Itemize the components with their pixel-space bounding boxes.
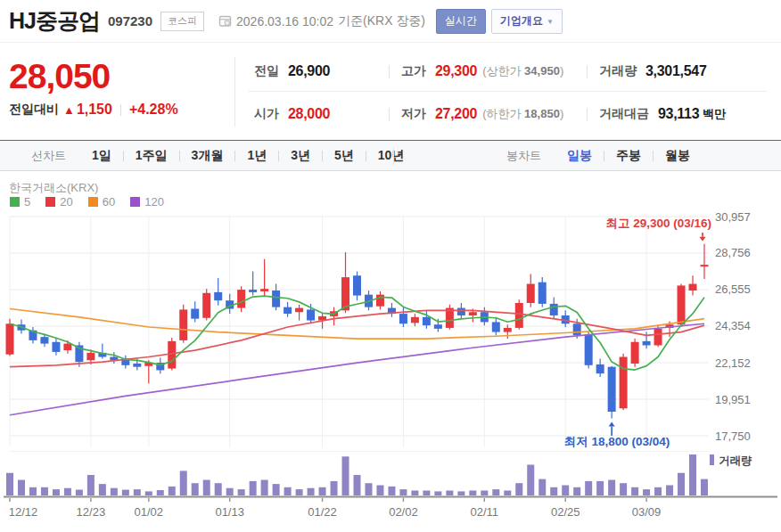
change-percent: +4.28% [129, 102, 178, 118]
prev-close-value: 26,900 [288, 63, 330, 79]
chevron-down-icon: ▼ [547, 18, 554, 26]
amount-cell: 거래대금 93,113 백만 [587, 106, 774, 122]
legend-swatch-icon [45, 197, 55, 207]
tab-candle-3[interactable]: 월봉 [654, 148, 702, 164]
tab-candle-2[interactable]: 주봉 [604, 148, 653, 164]
company-overview-button[interactable]: 기업개요▼ [491, 9, 563, 34]
open-value: 28,000 [288, 106, 330, 122]
quote-basis: 기준(KRX 장중) [338, 13, 425, 29]
price-tick-label: 30,957 [715, 210, 751, 224]
volume-bars [6, 454, 708, 495]
price-tick-label: 28,756 [715, 246, 751, 259]
low-cell: 저가 27,200 (하한가 18,850) [389, 106, 587, 122]
summary-row-2: 시가 28,000 저가 27,200 (하한가 18,850) 거래대금 93… [248, 103, 774, 125]
calendar-icon [218, 14, 232, 28]
line-chart-type-label: 선차트 [31, 148, 66, 164]
legend-label: 5 [24, 195, 30, 209]
annotation-low: 최저 18,800 (03/04) [564, 422, 670, 448]
price-summary: 28,050 전일대비 ▲ 1,150 +4.28% 전일 26,900 고가 … [0, 43, 781, 140]
volume-cell: 거래량 3,301,547 [587, 63, 774, 79]
price-tick-label: 17,750 [715, 430, 751, 443]
stock-code: 097230 [108, 13, 152, 29]
chart-tabbar: 선차트 1일1주일3개월1년3년5년10년 봉차트 일봉주봉월봉 [0, 140, 781, 171]
date-axis: 12/1212/2301/0201/1301/2202/0202/1102/25… [4, 497, 777, 520]
candle-tab-group: 봉차트 일봉주봉월봉 [506, 141, 702, 170]
stock-detail-page: HJ중공업 097230 코스피 2026.03.16 10:02 기준(KRX… [0, 0, 781, 532]
price-axis: 30,95728,75626,55524,35422,15219,95117,7… [715, 210, 751, 443]
chart-canvas: 30,95728,75626,55524,35422,15219,95117,7… [0, 171, 781, 532]
header: HJ중공업 097230 코스피 2026.03.16 10:02 기준(KRX… [0, 0, 781, 43]
ma-legend-item-5: 5 [10, 195, 30, 209]
volume-legend-label: 거래량 [719, 454, 752, 467]
legend-label: 20 [60, 195, 72, 209]
divider [120, 104, 121, 116]
legend-swatch-icon [130, 197, 140, 207]
tab-period-5[interactable]: 3년 [279, 148, 322, 164]
ma-legend-item-60: 60 [88, 195, 115, 209]
date-tick-label: 01/13 [215, 505, 244, 519]
date-tick-label: 01/02 [135, 505, 164, 519]
tab-period-2[interactable]: 1주일 [124, 148, 179, 164]
change-label: 전일대비 [9, 102, 59, 118]
divider [393, 147, 394, 165]
change-value: 1,150 [77, 102, 112, 118]
lower-limit: (하한가 18,850) [482, 106, 563, 122]
up-triangle-icon: ▲ [63, 103, 75, 117]
low-annotation-text: 최저 18,800 (03/04) [564, 435, 670, 448]
legend-label: 120 [144, 195, 164, 209]
high-annotation-text: 최고 29,300 (03/16) [605, 217, 711, 230]
tab-candle-1[interactable]: 일봉 [555, 148, 604, 164]
stock-name: HJ중공업 [9, 6, 100, 36]
open-label: 시가 [254, 106, 279, 122]
ma-legend-item-120: 120 [130, 195, 164, 209]
tab-period-1[interactable]: 1일 [80, 148, 123, 164]
realtime-button[interactable]: 실시간 [436, 9, 486, 34]
ma-lines [10, 296, 704, 415]
ma-legend: 52060120 [10, 195, 179, 209]
volume-value: 3,301,547 [645, 63, 706, 79]
ma-legend-item-20: 20 [45, 195, 72, 209]
low-label: 저가 [401, 106, 426, 122]
candlestick-chart: 한국거래소(KRX) 52060120 30,95728,75626,55524… [0, 171, 781, 532]
date-tick-label: 03/09 [632, 505, 662, 519]
annotation-high: 최고 29,300 (03/16) [605, 217, 711, 241]
date-tick-label: 12/23 [77, 505, 106, 519]
divider [248, 91, 767, 92]
date-tick-label: 01/22 [308, 505, 337, 519]
prev-close-cell: 전일 26,900 [248, 63, 389, 79]
candle-chart-type-label: 봉차트 [506, 148, 541, 164]
summary-row-1: 전일 26,900 고가 29,300 (상한가 34,950) 거래량 3,3… [248, 61, 774, 82]
volume-legend: 거래량 [710, 454, 752, 467]
amount-value: 93,113 [658, 106, 699, 122]
upper-limit: (상한가 34,950) [482, 63, 563, 79]
amount-unit: 백만 [703, 106, 726, 122]
price-tick-label: 24,354 [715, 319, 751, 332]
price-tick-label: 19,951 [715, 393, 751, 406]
current-price: 28,050 [9, 57, 110, 96]
price-change-row: 전일대비 ▲ 1,150 +4.28% [9, 102, 178, 118]
market-badge: 코스피 [160, 12, 204, 31]
open-cell: 시가 28,000 [248, 106, 389, 122]
legend-swatch-icon [10, 197, 20, 207]
price-tick-label: 26,555 [715, 282, 751, 296]
legend-swatch-icon [88, 197, 98, 207]
date-tick-label: 12/12 [9, 505, 38, 519]
tab-period-3[interactable]: 3개월 [180, 148, 235, 164]
volume-label: 거래량 [599, 63, 637, 79]
prev-close-label: 전일 [254, 63, 279, 79]
period-tab-group: 선차트 1일1주일3개월1년3년5년10년 [31, 141, 415, 170]
tab-period-6[interactable]: 5년 [323, 148, 366, 164]
company-overview-label: 기업개요 [500, 14, 543, 27]
high-value: 29,300 [435, 63, 477, 79]
price-tick-label: 22,152 [715, 356, 751, 370]
date-tick-label: 02/02 [389, 505, 418, 519]
tab-period-4[interactable]: 1년 [235, 148, 278, 164]
date-tick-label: 02/11 [471, 505, 499, 519]
exchange-source-label: 한국거래소(KRX) [9, 180, 98, 196]
divider [234, 57, 235, 127]
legend-label: 60 [103, 195, 115, 209]
high-cell: 고가 29,300 (상한가 34,950) [389, 63, 587, 79]
low-value: 27,200 [435, 106, 477, 122]
tab-period-7[interactable]: 10년 [366, 148, 416, 164]
date-tick-label: 02/25 [551, 505, 580, 519]
